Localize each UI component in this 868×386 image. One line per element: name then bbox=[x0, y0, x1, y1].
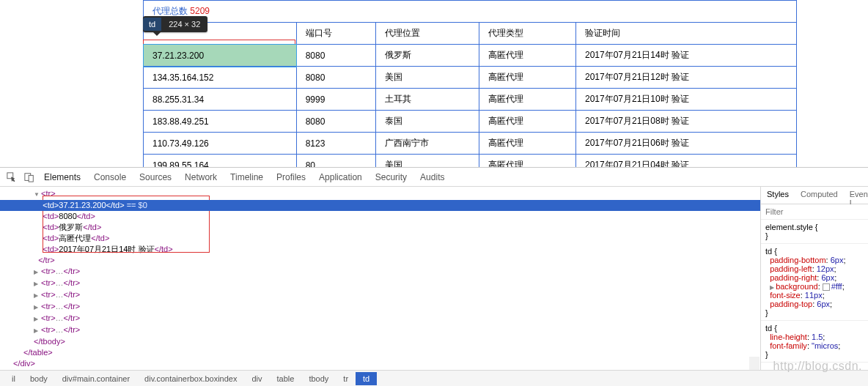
breadcrumb-item[interactable]: td bbox=[356, 372, 377, 385]
col-header-port: 端口号 bbox=[296, 23, 375, 45]
cell-verified: 2017年07月21日08时 验证 bbox=[575, 111, 796, 133]
cell-location: 土耳其 bbox=[376, 89, 479, 111]
cell-type: 高匿代理 bbox=[479, 67, 575, 89]
device-toolbar-icon[interactable] bbox=[22, 170, 37, 185]
breadcrumb-item[interactable]: tbody bbox=[301, 372, 336, 385]
cell-verified: 2017年07月21日12时 验证 bbox=[575, 67, 796, 89]
table-row: 199.89.55.16480美国高匿代理2017年07月21日04时 验证 bbox=[144, 155, 797, 168]
inspect-tooltip: td 224 × 32 bbox=[143, 16, 207, 32]
cell-location: 泰国 bbox=[376, 111, 479, 133]
inspect-tooltip-tag: td bbox=[143, 18, 161, 31]
table-row: 88.255.31.349999土耳其高匿代理2017年07月21日10时 验证 bbox=[144, 89, 797, 111]
proxy-table: 代理总数 5209 端口号 代理位置 代理类型 验证时间 37.21.23.20… bbox=[143, 0, 797, 167]
sidebar-tab-styles[interactable]: Styles bbox=[761, 187, 795, 204]
breadcrumb-item[interactable]: il bbox=[4, 372, 23, 385]
devtools-tab-security[interactable]: Security bbox=[375, 169, 407, 185]
sidebar-tabs: StylesComputedEvent L bbox=[761, 187, 868, 204]
table-title: 代理总数 5209 bbox=[144, 1, 797, 23]
cell-verified: 2017年07月21日06时 验证 bbox=[575, 133, 796, 155]
table-header-row: 端口号 代理位置 代理类型 验证时间 bbox=[144, 23, 797, 45]
table-row: 37.21.23.2008080俄罗斯高匿代理2017年07月21日14时 验证 bbox=[144, 45, 797, 67]
table-row: 183.88.49.2518080泰国高匿代理2017年07月21日08时 验证 bbox=[144, 111, 797, 133]
col-header-type: 代理类型 bbox=[479, 23, 575, 45]
title-count: 5209 bbox=[190, 6, 210, 16]
devtools-body: <tr> <td>37.21.23.200</td> == $0 <td>808… bbox=[0, 187, 868, 370]
proxy-table-body: 37.21.23.2008080俄罗斯高匿代理2017年07月21日14时 验证… bbox=[144, 45, 797, 168]
cell-verified: 2017年07月21日10时 验证 bbox=[575, 89, 796, 111]
sidebar-tab-computed[interactable]: Computed bbox=[795, 187, 844, 204]
col-header-verified: 验证时间 bbox=[575, 23, 796, 45]
breadcrumb-item[interactable]: body bbox=[23, 372, 55, 385]
cell-type: 高匿代理 bbox=[479, 155, 575, 168]
devtools-tab-console[interactable]: Console bbox=[94, 169, 126, 185]
devtools-tab-sources[interactable]: Sources bbox=[139, 169, 172, 185]
devtools-tab-audits[interactable]: Audits bbox=[420, 169, 444, 185]
cell-type: 高匿代理 bbox=[479, 111, 575, 133]
cell-ip: 37.21.23.200 bbox=[144, 45, 297, 67]
style-rule[interactable]: element.style {} bbox=[761, 220, 868, 244]
inspect-element-icon[interactable] bbox=[4, 170, 19, 185]
cell-port: 80 bbox=[296, 155, 375, 168]
breadcrumb-item[interactable]: div#main.container bbox=[55, 372, 137, 385]
title-label: 代理总数 bbox=[152, 6, 188, 16]
cell-port: 8080 bbox=[296, 45, 375, 67]
style-rule[interactable]: td { padding-bottom: 6px; padding-left: … bbox=[761, 244, 868, 321]
rendered-page: td 224 × 32 代理总数 5209 端口号 代理位置 代理类型 验证时间… bbox=[0, 0, 868, 167]
breadcrumb-item[interactable]: div bbox=[244, 372, 269, 385]
cell-verified: 2017年07月21日14时 验证 bbox=[575, 45, 796, 67]
sidebar-tab-event[interactable]: Event L bbox=[844, 187, 868, 204]
style-rules: element.style {}td { padding-bottom: 6px… bbox=[761, 220, 868, 363]
cell-location: 广西南宁市 bbox=[376, 133, 479, 155]
cell-type: 高匿代理 bbox=[479, 45, 575, 67]
cell-ip: 134.35.164.152 bbox=[144, 67, 297, 89]
breadcrumb-item[interactable]: div.containerbox.boxindex bbox=[137, 372, 244, 385]
elements-scrollbar[interactable] bbox=[749, 357, 760, 370]
devtools-tab-profiles[interactable]: Profiles bbox=[276, 169, 306, 185]
inspect-tooltip-dims: 224 × 32 bbox=[161, 18, 207, 31]
devtools-tab-timeline[interactable]: Timeline bbox=[230, 169, 263, 185]
cell-location: 俄罗斯 bbox=[376, 45, 479, 67]
cell-port: 8123 bbox=[296, 133, 375, 155]
cell-port: 8080 bbox=[296, 111, 375, 133]
devtools-tab-network[interactable]: Network bbox=[185, 169, 217, 185]
cell-ip: 110.73.49.126 bbox=[144, 133, 297, 155]
breadcrumb-item[interactable]: table bbox=[270, 372, 302, 385]
devtools-toolbar: ElementsConsoleSourcesNetworkTimelinePro… bbox=[0, 168, 868, 187]
styles-filter-input[interactable] bbox=[761, 204, 868, 220]
cell-port: 8080 bbox=[296, 67, 375, 89]
cell-ip: 88.255.31.34 bbox=[144, 89, 297, 111]
cell-ip: 199.89.55.164 bbox=[144, 155, 297, 168]
devtools-tab-elements[interactable]: Elements bbox=[44, 169, 81, 185]
table-row: 110.73.49.1268123广西南宁市高匿代理2017年07月21日06时… bbox=[144, 133, 797, 155]
svg-rect-2 bbox=[29, 175, 33, 182]
cell-location: 美国 bbox=[376, 155, 479, 168]
cell-ip: 183.88.49.251 bbox=[144, 111, 297, 133]
watermark-text: http://blog.csdn. bbox=[773, 360, 862, 373]
cell-type: 高匿代理 bbox=[479, 133, 575, 155]
dom-breadcrumb: ilbodydiv#main.containerdiv.containerbox… bbox=[0, 370, 868, 386]
devtools-panel: ElementsConsoleSourcesNetworkTimelinePro… bbox=[0, 167, 868, 386]
style-rule[interactable]: td { line-height: 1.5; font-family: "mic… bbox=[761, 321, 868, 363]
elements-tree[interactable]: <tr> <td>37.21.23.200</td> == $0 <td>808… bbox=[0, 187, 760, 370]
col-header-location: 代理位置 bbox=[376, 23, 479, 45]
table-row: 134.35.164.1528080美国高匿代理2017年07月21日12时 验… bbox=[144, 67, 797, 89]
cell-port: 9999 bbox=[296, 89, 375, 111]
cell-verified: 2017年07月21日04时 验证 bbox=[575, 155, 796, 168]
devtools-tabs: ElementsConsoleSourcesNetworkTimelinePro… bbox=[44, 169, 444, 185]
cell-location: 美国 bbox=[376, 67, 479, 89]
breadcrumb-item[interactable]: tr bbox=[336, 372, 356, 385]
devtools-tab-application[interactable]: Application bbox=[319, 169, 362, 185]
styles-sidebar: StylesComputedEvent L element.style {}td… bbox=[760, 187, 868, 370]
table-title-row: 代理总数 5209 bbox=[144, 1, 797, 23]
cell-type: 高匿代理 bbox=[479, 89, 575, 111]
